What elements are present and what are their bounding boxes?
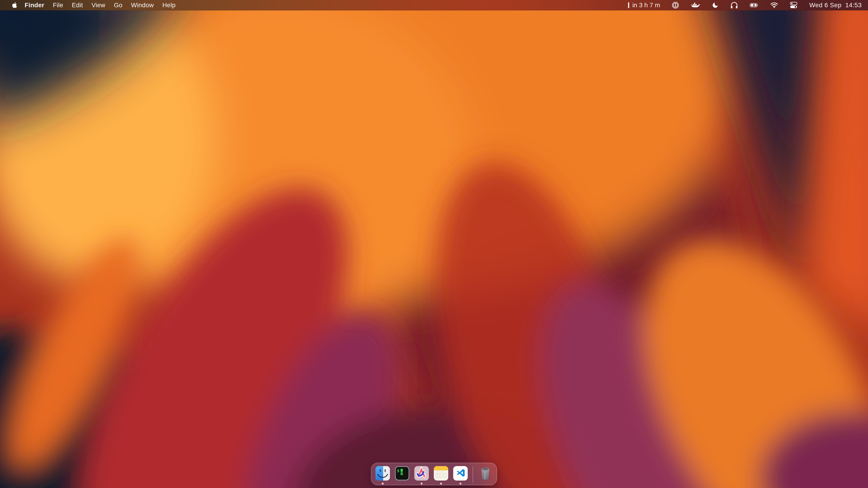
apple-logo-icon [12, 2, 18, 8]
menu-app-name[interactable]: Finder [25, 0, 44, 10]
power-circle-icon [672, 2, 679, 9]
running-indicator [460, 483, 462, 485]
dock-item-notes[interactable] [434, 466, 448, 481]
apple-menu[interactable] [12, 2, 18, 8]
finder-icon [375, 466, 390, 481]
status-docker[interactable] [691, 0, 700, 10]
control-center-icon [790, 2, 798, 9]
status-control-center[interactable] [790, 0, 798, 10]
timer-countdown-text: in 3 h 7 m [632, 2, 660, 9]
dock-item-vscode[interactable] [453, 466, 468, 481]
vscode-icon [453, 466, 468, 481]
status-audio-output[interactable] [730, 0, 738, 10]
menu-help[interactable]: Help [162, 0, 176, 10]
status-countdown-timer[interactable]: in 3 h 7 m [628, 0, 660, 10]
menu-go[interactable]: Go [114, 0, 123, 10]
headphones-icon [730, 2, 738, 8]
wifi-icon [770, 2, 778, 8]
menu-window[interactable]: Window [131, 0, 154, 10]
status-wifi[interactable] [770, 0, 778, 10]
dock-item-arc[interactable] [414, 466, 429, 481]
menu-view[interactable]: View [92, 0, 105, 10]
battery-charging-icon [750, 2, 758, 8]
dock-item-finder[interactable] [375, 466, 390, 481]
menu-bar-left: Finder File Edit View Go Window Help [12, 0, 176, 10]
vertical-bar-icon [628, 2, 629, 8]
terminal-prompt-glyph: $ [397, 468, 399, 473]
running-indicator [421, 483, 423, 485]
dock-item-terminal[interactable]: $ [395, 466, 409, 481]
desktop-wallpaper [0, 0, 868, 488]
menu-bar-status-area: in 3 h 7 m [628, 0, 862, 10]
menu-bar-clock[interactable]: Wed 6 Sep 14:53 [809, 0, 862, 10]
dock-separator [473, 466, 473, 483]
ventura-wallpaper-art [0, 0, 868, 488]
terminal-icon: $ [395, 466, 409, 481]
running-indicator [382, 483, 384, 485]
dock-item-trash[interactable] [478, 466, 493, 481]
status-focus-timer-app[interactable] [672, 0, 679, 10]
status-battery[interactable] [750, 0, 758, 10]
trash-icon [478, 466, 493, 481]
menu-edit[interactable]: Edit [72, 0, 83, 10]
docker-whale-icon [691, 2, 700, 8]
dock: $ [371, 463, 497, 485]
moon-icon [712, 2, 719, 8]
menu-file[interactable]: File [53, 0, 63, 10]
status-focus-mode[interactable] [712, 0, 719, 10]
arc-browser-icon [414, 466, 429, 481]
menu-bar: Finder File Edit View Go Window Help in … [0, 0, 868, 10]
running-indicator [440, 483, 442, 485]
notes-icon [434, 466, 448, 481]
